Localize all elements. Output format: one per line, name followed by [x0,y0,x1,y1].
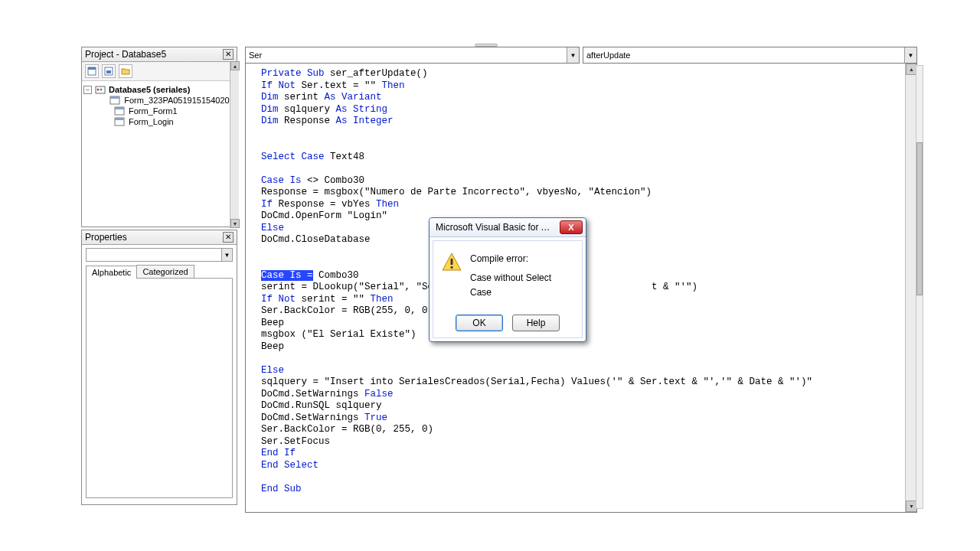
project-pane-title: Project - Database5 [85,49,166,60]
tree-item-label[interactable]: Form_Login [129,117,174,126]
code-vertical-scrollbar[interactable]: ▲ ▼ [905,64,916,512]
svg-rect-10 [115,107,124,109]
svg-rect-14 [451,266,453,269]
project-tree[interactable]: − Database5 (seriales) Form_323PA0519151… [82,81,237,130]
dialog-message: Compile error: Case without Select Case [470,252,574,301]
chevron-down-icon: ▼ [567,47,579,63]
chevron-down-icon: ▼ [904,47,916,63]
dialog-message-line2: Case without Select Case [470,271,574,300]
dialog-close-button[interactable]: X [560,220,583,234]
procedure-dropdown-value: afterUpdate [586,51,630,60]
scroll-down-icon[interactable]: ▼ [230,219,240,228]
dialog-title: Microsoft Visual Basic for Applicati... [436,222,554,233]
tab-alphabetic[interactable]: Alphabetic [86,266,137,279]
form-icon [109,96,120,105]
tree-item-label[interactable]: Form_323PA051915154020A [124,96,235,105]
project-root-label: Database5 (seriales) [109,85,190,94]
project-toolbar [82,62,237,81]
help-button[interactable]: Help [512,315,560,331]
project-scrollbar[interactable]: ▲ ▼ [230,61,239,228]
dialog-message-line1: Compile error: [470,252,574,266]
properties-pane-close-button[interactable]: ✕ [223,232,234,243]
properties-tabs: Alphabetic Categorized [86,265,233,278]
svg-rect-13 [451,259,453,265]
object-dropdown-value: Ser [249,51,262,60]
warning-icon [441,252,462,273]
project-pane-close-button[interactable]: ✕ [223,49,234,60]
tab-categorized[interactable]: Categorized [136,265,194,278]
view-object-button[interactable] [102,64,116,78]
svg-point-5 [97,89,100,91]
chevron-down-icon: ▼ [221,249,232,261]
toggle-folders-button[interactable] [119,64,132,78]
form-icon [114,117,125,126]
tree-collapse-icon[interactable]: − [83,86,92,94]
properties-object-combo[interactable]: ▼ [86,248,233,262]
window-vertical-scrollbar[interactable] [916,65,923,509]
dialog-titlebar[interactable]: Microsoft Visual Basic for Applicati... … [430,218,586,237]
tree-item-label[interactable]: Form_Form1 [129,106,178,116]
object-dropdown[interactable]: Ser ▼ [245,47,580,64]
close-icon: ✕ [225,233,231,241]
project-explorer-pane: Project - Database5 ✕ − Database5 (seria… [81,47,237,227]
view-code-button[interactable] [85,64,99,78]
project-icon [95,85,106,94]
procedure-dropdown[interactable]: afterUpdate ▼ [583,47,917,64]
properties-pane: Properties ✕ ▼ Alphabetic Categorized [81,230,237,505]
scroll-up-icon[interactable]: ▲ [230,61,240,70]
svg-rect-3 [106,70,111,73]
error-dialog: Microsoft Visual Basic for Applicati... … [429,217,586,342]
form-icon [114,106,125,116]
ok-button[interactable]: OK [456,315,503,331]
svg-rect-1 [88,67,96,70]
properties-grid[interactable] [86,278,233,498]
close-icon: ✕ [225,51,231,58]
svg-rect-12 [115,118,124,120]
scrollbar-thumb[interactable] [916,142,923,295]
svg-rect-8 [110,96,119,99]
properties-pane-title: Properties [85,232,127,243]
close-icon: X [568,223,573,232]
svg-point-6 [100,89,103,91]
